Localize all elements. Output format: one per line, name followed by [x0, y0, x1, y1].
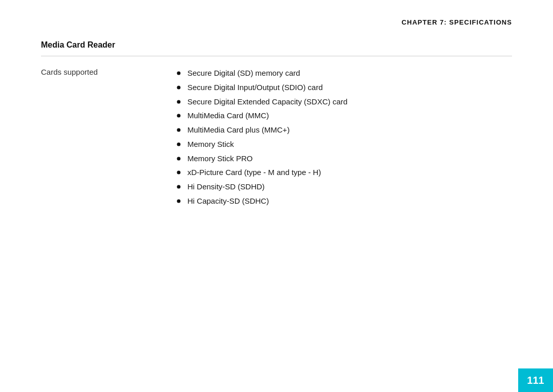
page-container: CHAPTER 7: SPECIFICATIONS Media Card Rea… — [0, 0, 553, 392]
spec-table: Cards supported Secure Digital (SD) memo… — [41, 66, 512, 212]
list-item: Secure Digital Extended Capacity (SDXC) … — [174, 96, 512, 107]
list-item: Hi Capacity-SD (SDHC) — [174, 195, 512, 207]
list-item: Memory Stick PRO — [174, 153, 512, 164]
list-item-text: Memory Stick PRO — [187, 153, 253, 164]
page-number: 111 — [518, 368, 553, 392]
section-title: Media Card Reader — [41, 40, 512, 53]
bullet-icon — [174, 197, 183, 206]
bullet-icon — [174, 97, 183, 106]
list-item: Secure Digital Input/Output (SDIO) card — [174, 82, 512, 93]
list-item-text: Memory Stick — [187, 139, 234, 150]
list-item: xD-Picture Card (type - M and type - H) — [174, 167, 512, 178]
list-item-text: Secure Digital Extended Capacity (SDXC) … — [187, 96, 348, 107]
list-item: MultiMedia Card (MMC) — [174, 110, 512, 121]
list-item: Memory Stick — [174, 139, 512, 150]
chapter-header: CHAPTER 7: SPECIFICATIONS — [41, 18, 512, 26]
list-item-text: Secure Digital (SD) memory card — [187, 68, 300, 79]
cards-list: Secure Digital (SD) memory cardSecure Di… — [174, 68, 512, 207]
bullet-icon — [174, 182, 183, 191]
bullet-icon — [174, 168, 183, 177]
spec-content: Secure Digital (SD) memory cardSecure Di… — [174, 66, 512, 212]
spec-table-body: Cards supported Secure Digital (SD) memo… — [41, 66, 512, 212]
list-item: Secure Digital (SD) memory card — [174, 68, 512, 79]
list-item-text: MultiMedia Card plus (MMC+) — [187, 124, 290, 136]
spec-label: Cards supported — [41, 66, 174, 212]
section-divider — [41, 56, 512, 56]
table-row: Cards supported Secure Digital (SD) memo… — [41, 66, 512, 212]
list-item: Hi Density-SD (SDHD) — [174, 181, 512, 192]
list-item-text: Hi Capacity-SD (SDHC) — [187, 195, 269, 207]
bullet-icon — [174, 69, 183, 78]
bullet-icon — [174, 125, 183, 135]
bullet-icon — [174, 154, 183, 163]
list-item: MultiMedia Card plus (MMC+) — [174, 124, 512, 136]
list-item-text: Hi Density-SD (SDHD) — [187, 181, 265, 192]
bullet-icon — [174, 111, 183, 120]
list-item-text: xD-Picture Card (type - M and type - H) — [187, 167, 321, 178]
bullet-icon — [174, 83, 183, 92]
list-item-text: Secure Digital Input/Output (SDIO) card — [187, 82, 323, 93]
bullet-icon — [174, 140, 183, 149]
list-item-text: MultiMedia Card (MMC) — [187, 110, 269, 121]
